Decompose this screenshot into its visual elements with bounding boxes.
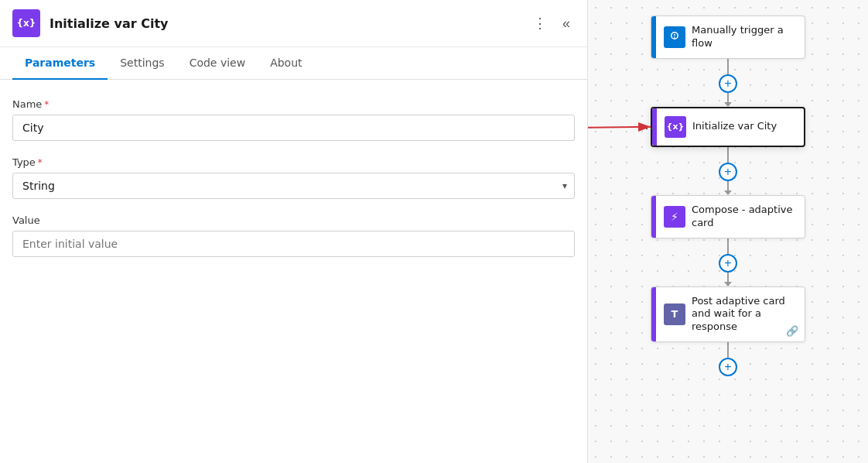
flow-container: Manually trigger a flow + ⋮ {x} Initiali…: [643, 15, 813, 376]
connector-3: +: [719, 238, 737, 286]
tabs-bar: Parameters Settings Code view About: [0, 47, 587, 80]
value-input[interactable]: [12, 231, 575, 257]
arrow-down-2: [724, 190, 732, 195]
flow-canvas: Manually trigger a flow + ⋮ {x} Initiali…: [588, 0, 868, 463]
node-content-post: T Post adaptive card and wait for a resp…: [656, 287, 805, 342]
node-content-init: {x} Initialize var City: [657, 108, 804, 146]
flow-node-compose[interactable]: ⚡ Compose - adaptive card: [651, 195, 805, 238]
type-required-star: *: [38, 157, 43, 168]
connector-1: +: [719, 59, 737, 107]
connector-line-1: [727, 59, 729, 74]
panel-icon: {x}: [12, 9, 40, 37]
arrow-down-3: [724, 282, 732, 286]
panel-header: {x} Initialize var City ⋮ «: [0, 0, 587, 47]
connector-2: +: [719, 147, 737, 195]
add-step-button-2[interactable]: +: [719, 163, 737, 181]
flow-node-trigger[interactable]: Manually trigger a flow: [651, 15, 805, 59]
name-label: Name *: [12, 98, 575, 110]
flow-node-post[interactable]: T Post adaptive card and wait for a resp…: [651, 286, 805, 343]
connector-line-2: [727, 147, 729, 163]
connector-line-1b: [727, 93, 729, 102]
name-field-group: Name *: [12, 98, 575, 141]
add-step-button-4[interactable]: +: [719, 358, 737, 376]
connector-line-3b: [727, 273, 729, 282]
panel-title: Initialize var City: [50, 16, 519, 31]
add-step-button-1[interactable]: +: [719, 74, 737, 93]
connector-line-2b: [727, 181, 729, 190]
tab-settings[interactable]: Settings: [108, 47, 176, 80]
collapse-button[interactable]: «: [558, 12, 575, 35]
node-content-trigger: Manually trigger a flow: [656, 16, 805, 58]
compose-label: Compose - adaptive card: [692, 204, 797, 230]
connector-4: +: [719, 342, 737, 376]
init-var-icon: {x}: [665, 116, 686, 138]
value-label: Value: [12, 214, 575, 226]
add-step-button-3[interactable]: +: [719, 254, 737, 273]
post-icon: T: [664, 304, 685, 325]
trigger-label: Manually trigger a flow: [692, 24, 797, 50]
flow-node-init-var[interactable]: ⋮ {x} Initialize var City: [651, 107, 805, 147]
tab-parameters[interactable]: Parameters: [12, 47, 108, 80]
init-var-label: Initialize var City: [692, 120, 777, 133]
type-field-group: Type * String Integer Float Boolean Obje…: [12, 156, 575, 199]
type-label: Type *: [12, 156, 575, 168]
type-select-wrapper: String Integer Float Boolean Object Arra…: [12, 173, 575, 199]
more-options-button[interactable]: ⋮: [528, 12, 552, 35]
left-panel: {x} Initialize var City ⋮ « Parameters S…: [0, 0, 588, 463]
compose-icon: ⚡: [664, 206, 685, 228]
name-required-star: *: [44, 99, 49, 110]
node-menu-button[interactable]: ⋮: [638, 120, 657, 133]
link-icon: 🔗: [786, 325, 798, 337]
arrow-down-1: [724, 102, 732, 107]
tab-code-view[interactable]: Code view: [177, 47, 258, 80]
value-field-group: Value: [12, 214, 575, 257]
type-select[interactable]: String Integer Float Boolean Object Arra…: [12, 173, 575, 199]
connector-line-4: [727, 342, 729, 358]
name-input[interactable]: [12, 115, 575, 141]
form-content: Name * Type * String Integer Float Boole…: [0, 80, 587, 463]
tab-about[interactable]: About: [258, 47, 314, 80]
connector-line-3: [727, 238, 729, 254]
header-actions: ⋮ «: [528, 12, 575, 35]
trigger-icon: [664, 26, 685, 48]
post-label: Post adaptive card and wait for a respon…: [692, 295, 797, 334]
node-content-compose: ⚡ Compose - adaptive card: [656, 196, 805, 238]
